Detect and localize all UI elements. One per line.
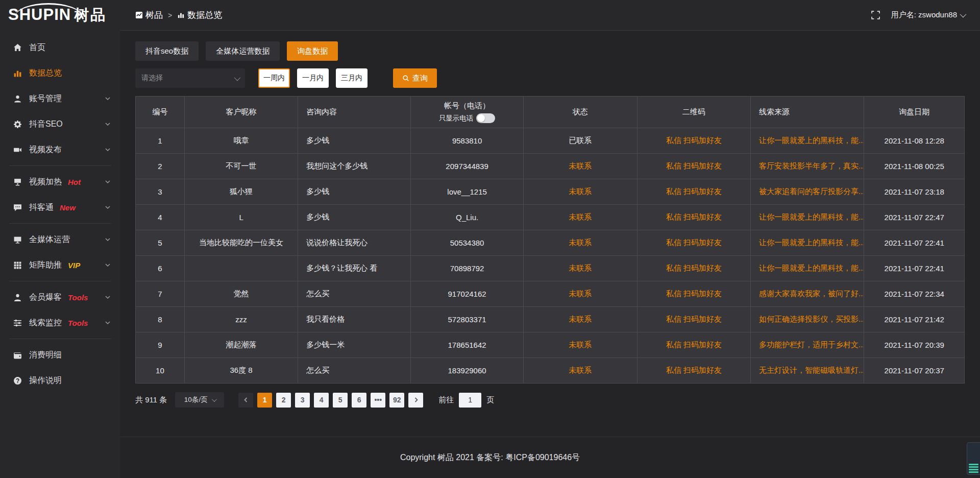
- qrcode-link[interactable]: 私信 扫码加好友: [666, 264, 722, 272]
- page-button-6[interactable]: 6: [352, 393, 366, 408]
- app-logo[interactable]: SHUPIN树品: [0, 0, 120, 30]
- status-badge: 未联系: [569, 340, 592, 349]
- sidebar-item-16[interactable]: 消费明细: [0, 342, 120, 368]
- cell-nickname: zzz: [184, 307, 298, 332]
- cell-source: 无主灯设计，智能磁吸轨道灯...: [750, 358, 864, 384]
- goto-label: 前往: [438, 395, 454, 405]
- cell-id: 8: [136, 307, 185, 332]
- source-link[interactable]: 被大家追着问的客厅投影分享...: [759, 187, 864, 196]
- qrcode-link[interactable]: 私信 扫码加好友: [666, 340, 722, 349]
- floating-widget[interactable]: [967, 442, 980, 475]
- source-link[interactable]: 多功能护栏灯，适用于乡村文...: [759, 340, 864, 349]
- page-button-2[interactable]: 2: [276, 393, 291, 408]
- source-link[interactable]: 客厅安装投影半年多了，真实...: [759, 161, 864, 170]
- page-button-3[interactable]: 3: [295, 393, 310, 408]
- tab-2[interactable]: 全媒体运营数据: [206, 41, 280, 61]
- table-row: 3 狐小狸 多少钱 love__1215 未联系 私信 扫码加好友 被大家追着问…: [136, 179, 965, 205]
- qrcode-link[interactable]: 私信 扫码加好友: [666, 161, 722, 170]
- phone-only-toggle[interactable]: [476, 113, 495, 123]
- cell-date: 2021-11-07 22:47: [864, 205, 965, 230]
- qrcode-link[interactable]: 私信 扫码加好友: [666, 238, 722, 247]
- cell-date: 2021-11-07 22:34: [864, 281, 965, 307]
- page-button-92[interactable]: 92: [389, 393, 404, 408]
- tab-1[interactable]: 抖音seo数据: [135, 41, 199, 61]
- cell-id: 5: [136, 230, 185, 256]
- user-menu[interactable]: 用户名: zswodun88: [891, 10, 965, 20]
- next-page-button[interactable]: [408, 393, 423, 408]
- source-link[interactable]: 让你一眼就爱上的黑科技，能...: [759, 136, 864, 145]
- widget-bar: [969, 464, 978, 465]
- qrcode-link[interactable]: 私信 扫码加好友: [666, 315, 722, 323]
- pagination-total: 共 911 条: [135, 395, 167, 405]
- sidebar-item-10[interactable]: 全媒体运营: [0, 227, 120, 252]
- page-button-5[interactable]: 5: [333, 393, 348, 408]
- sidebar-item-4[interactable]: 抖音SEO: [0, 111, 120, 137]
- main-content: 抖音seo数据全媒体运营数据询盘数据 请选择 一周内一月内三月内 查询 编号 客…: [120, 31, 980, 437]
- goto-page-input[interactable]: [459, 393, 481, 408]
- sidebar-item-badge: Hot: [68, 178, 81, 186]
- source-link[interactable]: 感谢大家喜欢我家，被问了好...: [759, 289, 864, 298]
- source-link[interactable]: 无主灯设计，智能磁吸轨道灯...: [759, 366, 864, 374]
- fullscreen-icon[interactable]: [871, 11, 880, 19]
- sidebar-item-5[interactable]: 视频发布: [0, 137, 120, 162]
- sidebar-item-7[interactable]: 视频加热 Hot: [0, 169, 120, 195]
- sidebar-item-badge: Tools: [68, 293, 88, 302]
- cell-date: 2021-11-07 22:41: [864, 230, 965, 256]
- qrcode-link[interactable]: 私信 扫码加好友: [666, 366, 722, 374]
- cell-qrcode: 私信 扫码加好友: [637, 179, 750, 205]
- qrcode-link[interactable]: 私信 扫码加好友: [666, 212, 722, 221]
- col-nickname: 客户昵称: [184, 97, 298, 128]
- sidebar-divider: [9, 223, 111, 224]
- sidebar-item-3[interactable]: 账号管理: [0, 86, 120, 111]
- filter-select[interactable]: 请选择: [135, 68, 245, 88]
- pagination-more-button[interactable]: •••: [371, 393, 385, 408]
- cell-content: 说说价格让我死心: [298, 230, 411, 256]
- qrcode-link[interactable]: 私信 扫码加好友: [666, 187, 722, 196]
- cell-qrcode: 私信 扫码加好友: [637, 332, 750, 358]
- sidebar-item-13[interactable]: 会员爆客 Tools: [0, 284, 120, 310]
- table-row: 2 不可一世 我想问这个多少钱 2097344839 未联系 私信 扫码加好友 …: [136, 154, 965, 179]
- source-link[interactable]: 如何正确选择投影仪，买投影...: [759, 315, 864, 323]
- cell-content: 多少钱: [298, 128, 411, 154]
- cell-content: 多少钱: [298, 205, 411, 230]
- chevron-down-icon: [105, 236, 111, 243]
- tab-3[interactable]: 询盘数据: [287, 41, 338, 61]
- table-row: 4 L 多少钱 Q_Liu. 未联系 私信 扫码加好友 让你一眼就爱上的黑科技，…: [136, 205, 965, 230]
- cell-source: 多功能护栏灯，适用于乡村文...: [750, 332, 864, 358]
- table-body: 1 哦章 多少钱 9583810 已联系 私信 扫码加好友 让你一眼就爱上的黑科…: [136, 128, 965, 384]
- query-button[interactable]: 查询: [393, 68, 437, 88]
- cell-source: 被大家追着问的客厅投影分享...: [750, 179, 864, 205]
- source-link[interactable]: 让你一眼就爱上的黑科技，能...: [759, 264, 864, 272]
- sidebar-item-14[interactable]: 线索监控 Tools: [0, 310, 120, 336]
- sidebar-item-1[interactable]: 首页: [0, 35, 120, 60]
- qrcode-link[interactable]: 私信 扫码加好友: [666, 289, 722, 298]
- sidebar-item-badge: New: [60, 203, 76, 212]
- query-button-label: 查询: [412, 74, 428, 83]
- page-button-1[interactable]: 1: [257, 393, 272, 408]
- sidebar-item-11[interactable]: 矩阵助推 VIP: [0, 252, 120, 278]
- sidebar-item-label: 操作说明: [29, 375, 62, 386]
- period-button-3[interactable]: 三月内: [336, 68, 368, 88]
- cell-status: 未联系: [524, 154, 637, 179]
- period-button-1[interactable]: 一周内: [258, 68, 290, 88]
- sidebar-item-2[interactable]: 数据总览: [0, 60, 120, 86]
- breadcrumb-home[interactable]: 树品: [135, 9, 163, 21]
- breadcrumb-home-label: 树品: [145, 9, 163, 21]
- breadcrumb-current[interactable]: 数据总览: [177, 9, 222, 21]
- period-button-2[interactable]: 一月内: [297, 68, 329, 88]
- source-link[interactable]: 让你一眼就爱上的黑科技，能...: [759, 238, 864, 247]
- source-link[interactable]: 让你一眼就爱上的黑科技，能...: [759, 212, 864, 221]
- prev-page-button[interactable]: [238, 393, 253, 408]
- cell-qrcode: 私信 扫码加好友: [637, 307, 750, 332]
- sidebar-item-17[interactable]: 操作说明: [0, 368, 120, 393]
- bar-chart-icon: [13, 69, 22, 78]
- cell-account: 183929060: [411, 358, 524, 384]
- cell-source: 让你一眼就爱上的黑科技，能...: [750, 230, 864, 256]
- sidebar-item-8[interactable]: 抖客通 New: [0, 195, 120, 220]
- sidebar-item-label: 消费明细: [29, 350, 62, 361]
- page-size-select[interactable]: 10条/页: [175, 392, 224, 408]
- filter-select-placeholder: 请选择: [141, 74, 163, 83]
- cell-status: 未联系: [524, 332, 637, 358]
- qrcode-link[interactable]: 私信 扫码加好友: [666, 136, 722, 145]
- page-button-4[interactable]: 4: [314, 393, 329, 408]
